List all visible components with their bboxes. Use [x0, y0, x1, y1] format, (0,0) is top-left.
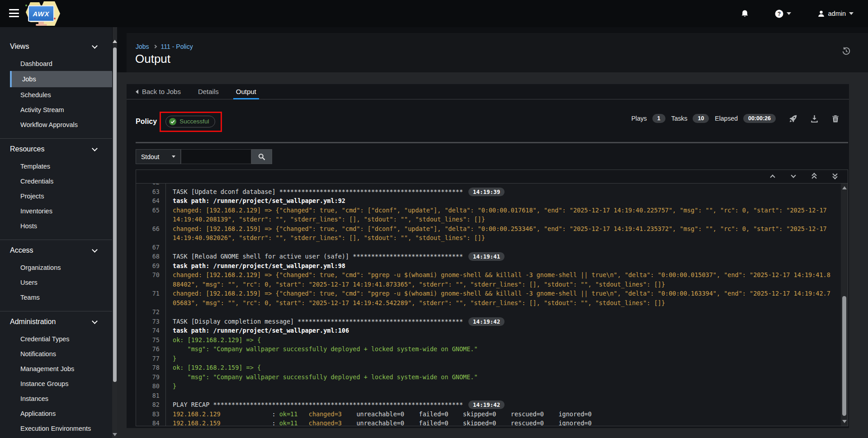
sidebar-item-templates[interactable]: Templates: [0, 159, 112, 174]
sidebar-section-header-administration[interactable]: Administration: [0, 313, 112, 331]
line-number[interactable]: 81: [136, 391, 166, 400]
section-divider: [136, 142, 848, 143]
line-number[interactable]: 63: [136, 187, 166, 197]
console-text-segment: ok: [192.168.2.159] => {: [173, 364, 261, 371]
line-number[interactable]: 71: [136, 289, 166, 307]
line-number[interactable]: 72: [136, 307, 166, 317]
line-number[interactable]: 66: [136, 224, 166, 243]
scroll-to-top-button[interactable]: [809, 172, 821, 182]
bell-icon: [741, 9, 749, 18]
sidebar-section-header-access[interactable]: Access: [0, 242, 112, 260]
line-number[interactable]: 78: [136, 363, 166, 372]
line-number[interactable]: 67: [136, 243, 166, 252]
line-number[interactable]: 80: [136, 381, 166, 391]
line-number[interactable]: 62: [136, 184, 166, 187]
section-label: Access: [10, 246, 33, 254]
sidebar-item-dashboard[interactable]: Dashboard: [0, 56, 112, 71]
sidebar-item-management-jobs[interactable]: Management Jobs: [0, 361, 112, 376]
history-icon[interactable]: [842, 47, 851, 56]
sidebar-section-header-views[interactable]: Views: [0, 38, 112, 56]
sidebar-section: AdministrationCredential TypesNotificati…: [0, 311, 112, 438]
hamburger-menu-icon[interactable]: [9, 9, 19, 18]
sidebar-item-credential-types[interactable]: Credential Types: [0, 331, 112, 346]
sidebar-item-users[interactable]: Users: [0, 275, 112, 290]
line-number[interactable]: 76: [136, 344, 166, 354]
help-menu-button[interactable]: ?: [775, 9, 791, 18]
line-content: ok: [192.168.2.129] => {: [173, 335, 830, 345]
line-number[interactable]: 83: [136, 410, 166, 419]
console-line: 69task path: /runner/project/set_wallpap…: [136, 261, 841, 271]
line-content: changed: [192.168.2.129] => {"changed": …: [173, 270, 830, 289]
delete-job-button[interactable]: [832, 115, 839, 122]
console-nav-bar: [136, 170, 848, 184]
line-number[interactable]: 64: [136, 196, 166, 206]
sidebar-item-inventories[interactable]: Inventories: [0, 203, 112, 218]
timestamp-badge: 14:19:41: [468, 252, 505, 261]
line-content: "msg": "Company wallpaper successfully d…: [173, 344, 830, 354]
sidebar-item-teams[interactable]: Teams: [0, 290, 112, 305]
line-content: 192.168.2.159 : ok=11 changed=3 unreacha…: [173, 419, 830, 426]
line-number[interactable]: 84: [136, 419, 166, 426]
tab-output[interactable]: Output: [236, 84, 256, 99]
console-scrollbar-thumb[interactable]: [842, 296, 846, 416]
scroll-up-arrow-icon[interactable]: [842, 186, 847, 189]
sidebar-section-header-resources[interactable]: Resources: [0, 141, 112, 159]
sidebar-item-jobs[interactable]: Jobs: [10, 71, 112, 87]
line-number[interactable]: 74: [136, 326, 166, 335]
breadcrumb-current-link[interactable]: 111 - Policy: [161, 43, 193, 50]
line-number[interactable]: 65: [136, 206, 166, 224]
breadcrumb-jobs-link[interactable]: Jobs: [136, 43, 149, 50]
console-scrollbar[interactable]: [841, 184, 848, 426]
sidebar-item-instances[interactable]: Instances: [0, 391, 112, 406]
line-number[interactable]: 75: [136, 335, 166, 345]
line-number[interactable]: 70: [136, 270, 166, 289]
scroll-to-bottom-button[interactable]: [830, 172, 841, 182]
help-icon: ?: [775, 9, 783, 18]
console-line: 62: [136, 184, 841, 187]
job-stats: Plays1Tasks10Elapsed00:00:26: [625, 114, 839, 123]
sidebar-item-execution-environments[interactable]: Execution Environments: [0, 421, 112, 436]
sidebar-item-hosts[interactable]: Hosts: [0, 218, 112, 233]
notifications-button[interactable]: [741, 9, 749, 18]
sidebar-item-instance-groups[interactable]: Instance Groups: [0, 376, 112, 391]
tab-back-to-jobs[interactable]: Back to Jobs: [136, 84, 181, 99]
scroll-down-arrow-icon[interactable]: [113, 433, 117, 436]
sidebar-item-organizations[interactable]: Organizations: [0, 260, 112, 275]
sidebar-item-credentials[interactable]: Credentials: [0, 174, 112, 188]
sidebar-item-workflow-approvals[interactable]: Workflow Approvals: [0, 117, 112, 132]
sidebar-item-activity-stream[interactable]: Activity Stream: [0, 102, 112, 117]
sidebar-item-schedules[interactable]: Schedules: [0, 87, 112, 102]
sidebar-scrollbar-thumb[interactable]: [113, 47, 117, 382]
line-number[interactable]: 77: [136, 354, 166, 363]
sidebar-item-projects[interactable]: Projects: [0, 188, 112, 203]
stdout-filter-select[interactable]: Stdout: [136, 149, 181, 164]
scroll-up-arrow-icon[interactable]: [113, 40, 117, 43]
sidebar-item-notifications[interactable]: Notifications: [0, 346, 112, 361]
line-number[interactable]: 79: [136, 372, 166, 382]
chevron-down-icon: [92, 318, 98, 324]
console-text-segment: 192.168.2.129: [173, 410, 221, 418]
scroll-down-arrow-icon[interactable]: [842, 420, 847, 423]
console-line: 76 "msg": "Company wallpaper successfull…: [136, 344, 841, 354]
line-content: changed: [192.168.2.159] => {"changed": …: [173, 224, 830, 243]
search-input[interactable]: [181, 149, 251, 164]
download-output-button[interactable]: [811, 115, 818, 122]
line-content: task path: /runner/project/set_wallpaper…: [173, 261, 830, 271]
page-header: Jobs 111 - Policy Output: [127, 33, 868, 72]
search-button[interactable]: [251, 149, 272, 164]
line-number[interactable]: 68: [136, 252, 166, 261]
console-line: 82PLAY RECAP ***************************…: [136, 400, 841, 410]
scroll-previous-button[interactable]: [767, 172, 779, 182]
line-number[interactable]: 82: [136, 400, 166, 410]
sidebar-item-applications[interactable]: Applications: [0, 406, 112, 421]
user-menu-button[interactable]: admin: [817, 10, 854, 18]
line-number[interactable]: 73: [136, 317, 166, 326]
line-number[interactable]: 69: [136, 261, 166, 271]
status-badge[interactable]: Successful: [165, 116, 215, 127]
scroll-next-button[interactable]: [788, 172, 800, 182]
relaunch-button[interactable]: [789, 115, 797, 122]
breadcrumb: Jobs 111 - Policy: [136, 43, 193, 50]
tab-details[interactable]: Details: [198, 84, 219, 99]
awx-logo[interactable]: AWX: [25, 0, 58, 27]
sidebar-scrollbar[interactable]: [113, 27, 117, 438]
